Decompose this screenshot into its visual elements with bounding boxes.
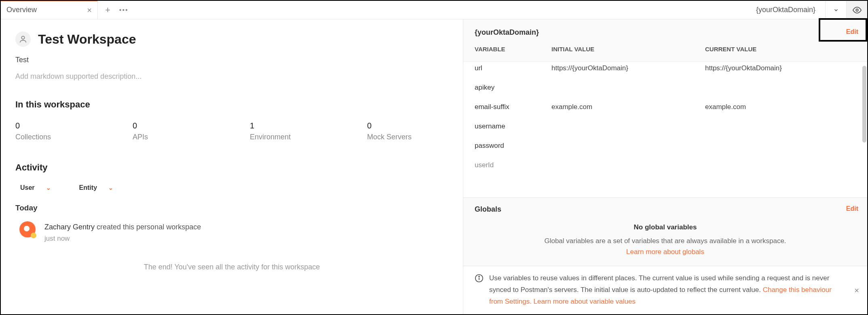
stat-label: APIs <box>133 133 250 141</box>
var-initial <box>551 142 701 150</box>
learn-more-variable-values-link[interactable]: Learn more about variable values <box>534 298 636 305</box>
stat-collections[interactable]: 0 Collections <box>15 121 133 141</box>
workspace-icon <box>15 32 31 47</box>
workspace-title[interactable]: Test Workspace <box>38 32 136 47</box>
filter-user[interactable]: User ⌄ <box>20 184 51 191</box>
filter-entity[interactable]: Entity ⌄ <box>79 184 113 191</box>
close-icon[interactable]: × <box>87 6 92 14</box>
environment-name[interactable]: {yourOktaDomain} <box>746 1 825 19</box>
env-panel-header: {yourOktaDomain} Edit VARIABLE INITIAL V… <box>463 19 867 62</box>
more-icon[interactable]: ••• <box>119 6 129 14</box>
activity-item: Zachary Gentry created this personal wor… <box>19 221 448 243</box>
globals-panel: Globals Edit No global variables Global … <box>463 197 867 266</box>
var-initial <box>551 122 701 130</box>
stat-value: 0 <box>367 121 463 130</box>
workspace-overview-pane: Test Workspace Test Add markdown support… <box>1 19 463 314</box>
svg-point-0 <box>856 9 858 11</box>
environment-quicklook-button[interactable] <box>846 1 867 19</box>
var-initial: example.com <box>551 103 701 111</box>
var-current: example.com <box>705 103 856 111</box>
section-heading-in-workspace: In this workspace <box>15 99 448 110</box>
filter-label: User <box>20 184 35 191</box>
var-initial <box>551 161 701 169</box>
env-panel-title: {yourOktaDomain} <box>475 28 856 37</box>
stat-value: 1 <box>250 121 367 130</box>
scrollbar[interactable] <box>862 66 866 143</box>
info-banner: Use variables to reuse values in differe… <box>463 266 867 314</box>
tab-overview[interactable]: Overview × <box>1 1 98 19</box>
stat-apis[interactable]: 0 APIs <box>133 121 250 141</box>
edit-environment-button[interactable]: Edit <box>846 28 858 36</box>
svg-point-1 <box>21 36 24 39</box>
info-icon <box>475 274 484 283</box>
var-initial: https://{yourOktaDomain} <box>551 64 701 72</box>
activity-filters: User ⌄ Entity ⌄ <box>20 184 448 191</box>
activity-text: Zachary Gentry created this personal wor… <box>44 221 201 233</box>
section-heading-activity: Activity <box>15 162 448 173</box>
eye-icon <box>853 6 862 15</box>
globals-empty-heading: No global variables <box>475 223 856 231</box>
tab-actions: + ••• <box>98 1 136 19</box>
person-icon <box>19 35 27 44</box>
stat-value: 0 <box>15 121 133 130</box>
globals-learn-more-link[interactable]: Learn more about globals <box>475 248 856 256</box>
tab-label: Overview <box>6 6 37 14</box>
activity-desc: created this personal workspace <box>95 223 201 231</box>
var-name: email-suffix <box>475 103 547 111</box>
plus-icon[interactable]: + <box>105 5 110 15</box>
col-variable: VARIABLE <box>475 46 547 57</box>
var-name: password <box>475 142 547 150</box>
edit-globals-button[interactable]: Edit <box>846 205 858 212</box>
tab-bar: Overview × + ••• {yourOktaDomain} <box>1 1 867 19</box>
chevron-down-icon: ⌄ <box>46 185 51 191</box>
var-current <box>705 84 856 92</box>
workspace-description-input[interactable]: Add markdown supported description... <box>15 72 448 81</box>
col-initial: INITIAL VALUE <box>551 46 701 57</box>
var-name: apikey <box>475 84 547 92</box>
activity-user[interactable]: Zachary Gentry <box>44 223 95 231</box>
stat-label: Collections <box>15 133 133 141</box>
activity-end-text: The end! You've seen all the activity fo… <box>15 255 448 271</box>
var-current: https://{yourOktaDomain} <box>705 64 856 72</box>
activity-group-today: Today <box>15 204 448 212</box>
stat-label: Mock Servers <box>367 133 463 141</box>
stat-value: 0 <box>133 121 250 130</box>
var-name: username <box>475 122 547 130</box>
var-name: userId <box>475 161 547 169</box>
chevron-down-icon <box>833 7 839 13</box>
chevron-down-icon: ⌄ <box>108 185 113 191</box>
avatar[interactable] <box>19 221 36 237</box>
environment-quicklook-panel: {yourOktaDomain} Edit VARIABLE INITIAL V… <box>463 19 867 314</box>
var-name: url <box>475 64 547 72</box>
var-initial <box>551 84 701 92</box>
close-banner-button[interactable]: × <box>854 284 859 297</box>
info-text: Use variables to reuse values in differe… <box>489 273 843 308</box>
stat-mock-servers[interactable]: 0 Mock Servers <box>367 121 463 141</box>
filter-label: Entity <box>79 184 97 191</box>
stat-environment[interactable]: 1 Environment <box>250 121 367 141</box>
var-current <box>705 142 856 150</box>
svg-point-4 <box>479 276 479 277</box>
globals-title: Globals <box>475 205 856 214</box>
workspace-subtitle: Test <box>15 56 448 64</box>
var-current <box>705 122 856 130</box>
globals-empty-text: Global variables are a set of variables … <box>475 235 856 246</box>
environment-picker: {yourOktaDomain} <box>746 1 867 19</box>
env-variable-list[interactable]: url https://{yourOktaDomain} https://{yo… <box>463 62 867 197</box>
col-current: CURRENT VALUE <box>705 46 856 57</box>
workspace-stats: 0 Collections 0 APIs 1 Environment 0 Moc… <box>15 121 448 141</box>
activity-time: just now <box>44 235 201 243</box>
var-current <box>705 161 856 169</box>
environment-dropdown-button[interactable] <box>825 1 846 19</box>
stat-label: Environment <box>250 133 367 141</box>
